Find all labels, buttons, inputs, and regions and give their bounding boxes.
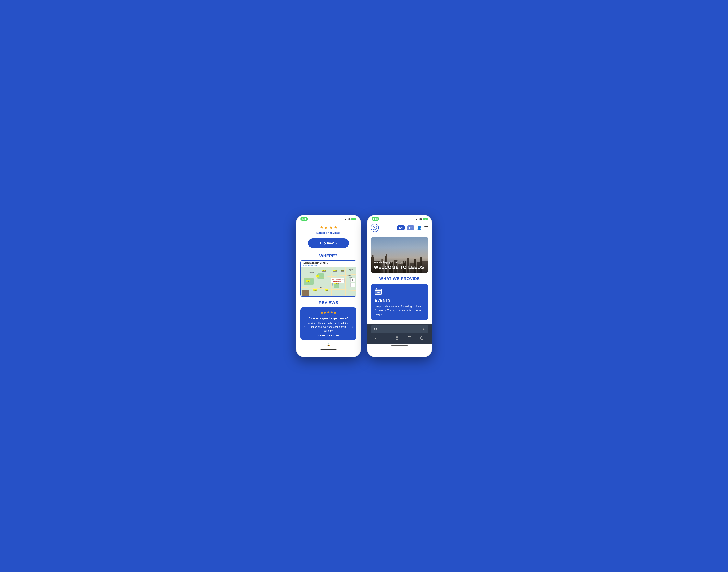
map-view-larger[interactable]: View larger map bbox=[303, 264, 354, 266]
svg-rect-21 bbox=[380, 288, 380, 290]
browser-share-btn[interactable] bbox=[394, 335, 400, 342]
heart-icon: ♥ bbox=[335, 241, 337, 245]
svg-rect-25 bbox=[379, 292, 380, 292]
five-g-2: 5G bbox=[419, 218, 422, 220]
based-on-reviews-label: Based on reviews bbox=[316, 231, 341, 234]
what-we-provide-title: WHAT WE PROVIDE bbox=[371, 276, 428, 281]
nav-bar: EN FR 👤 bbox=[367, 222, 432, 234]
map-zoom[interactable]: + − bbox=[350, 278, 355, 287]
home-indicator-1 bbox=[296, 347, 361, 351]
map-zoom-out[interactable]: − bbox=[350, 283, 355, 287]
status-time-2: 6:38 bbox=[371, 217, 379, 221]
hero-subtitle: We are happy to help you! bbox=[374, 261, 425, 264]
events-card: EVENTS We provide a variety of booking o… bbox=[371, 284, 428, 320]
map-thumbnail bbox=[302, 290, 309, 296]
review-prev-arrow[interactable]: ‹ bbox=[304, 325, 305, 329]
svg-rect-24 bbox=[378, 292, 379, 292]
svg-rect-28 bbox=[421, 337, 423, 340]
browser-tabs-btn[interactable] bbox=[419, 335, 425, 342]
url-text: AA bbox=[374, 328, 378, 331]
events-description: We provide a variety of booking options … bbox=[375, 304, 424, 316]
browser-actions: ‹ › bbox=[371, 333, 428, 343]
review-body: what a brilliant experience I loved it s… bbox=[307, 321, 350, 333]
home-indicator-2 bbox=[367, 344, 432, 347]
svg-rect-20 bbox=[376, 288, 377, 290]
reviewer-name: AHMED KHALID bbox=[304, 334, 353, 337]
map-pin-label: lastminute.comLondon Eye bbox=[331, 278, 345, 283]
home-bar-2 bbox=[391, 345, 408, 346]
reviews-card: ★★★★★ "It was a good experience" ‹ what … bbox=[300, 307, 357, 340]
reviews-title: REVIEWS bbox=[300, 300, 357, 305]
review-quote: "It was a good experience" bbox=[304, 316, 353, 320]
status-time-1: 6:39 bbox=[300, 217, 308, 221]
status-right-1: 5G 44+ bbox=[345, 218, 357, 220]
events-title: EVENTS bbox=[375, 298, 424, 303]
stars-row: ★ ★ ★ ★ bbox=[319, 225, 338, 230]
url-bar[interactable]: AA ↻ bbox=[371, 325, 428, 333]
browser-back-btn[interactable]: ‹ bbox=[374, 335, 377, 342]
star-1: ★ bbox=[319, 225, 323, 230]
map-location-name: lastminute.com Londo... bbox=[303, 262, 354, 264]
hero-text-overlay: We are happy to help you! WELCOME TO LEE… bbox=[371, 258, 428, 273]
status-bar-1: 6:39 5G 44+ bbox=[296, 215, 361, 222]
svg-rect-23 bbox=[377, 292, 378, 292]
browser-forward-btn[interactable]: › bbox=[384, 335, 387, 342]
calendar-icon bbox=[375, 288, 424, 296]
signal-bars-1 bbox=[345, 218, 347, 220]
reload-icon[interactable]: ↻ bbox=[423, 327, 426, 331]
phone1-content: ★ ★ ★ ★ Based on reviews Buy now ♥ WHERE… bbox=[296, 222, 361, 340]
signal-bars-2 bbox=[416, 218, 418, 220]
review-next-arrow[interactable]: › bbox=[352, 325, 353, 329]
logo-circle bbox=[371, 224, 379, 232]
buy-now-label: Buy now bbox=[320, 241, 334, 245]
map-copyright: Map data ©2024 Google Terms bbox=[335, 296, 355, 297]
star-3: ★ bbox=[329, 225, 333, 230]
hero-title: WELCOME TO LEEDS bbox=[374, 265, 425, 270]
map-container[interactable]: lastminute.com Londo... View larger map bbox=[300, 260, 357, 297]
phone-2: 6:38 5G 42+ EN FR 👤 bbox=[367, 215, 432, 357]
review-stars: ★★★★★ bbox=[304, 310, 353, 315]
review-nav: ‹ what a brilliant experience I loved it… bbox=[304, 321, 353, 333]
star-4: ★ bbox=[334, 225, 338, 230]
star-2: ★ bbox=[324, 225, 328, 230]
home-bar-1 bbox=[320, 349, 337, 350]
lock-icon-bottom: 🔒 bbox=[296, 342, 361, 347]
where-title: WHERE? bbox=[300, 254, 357, 258]
map-header: lastminute.com Londo... View larger map bbox=[301, 261, 356, 267]
reviews-summary: ★ ★ ★ ★ Based on reviews bbox=[300, 222, 357, 236]
battery-1: 44+ bbox=[351, 218, 357, 220]
user-icon[interactable]: 👤 bbox=[417, 225, 422, 230]
logo-icon bbox=[372, 225, 377, 230]
map-zoom-in[interactable]: + bbox=[350, 278, 355, 282]
lang-fr-button[interactable]: FR bbox=[407, 225, 415, 230]
status-bar-2: 6:38 5G 42+ bbox=[367, 215, 432, 222]
phone-1: 6:39 5G 44+ ★ ★ ★ ★ Based on reviews bbox=[296, 215, 361, 357]
svg-rect-27 bbox=[408, 337, 411, 339]
phones-container: 6:39 5G 44+ ★ ★ ★ ★ Based on reviews bbox=[296, 215, 432, 357]
buy-now-button[interactable]: Buy now ♥ bbox=[308, 238, 349, 248]
browser-bookmarks-btn[interactable] bbox=[407, 335, 412, 342]
lang-en-button[interactable]: EN bbox=[397, 225, 405, 230]
browser-bar: AA ↻ ‹ › bbox=[367, 324, 432, 344]
five-g-1: 5G bbox=[348, 218, 350, 220]
map-keyboard-shortcuts: Keyboard shortcuts bbox=[302, 296, 314, 297]
map-visual: Chigwell Wembley Ilford Barking Brentfor… bbox=[301, 267, 356, 297]
hamburger-menu[interactable] bbox=[424, 226, 428, 229]
hero-image: We are happy to help you! WELCOME TO LEE… bbox=[371, 237, 428, 273]
status-right-2: 5G 42+ bbox=[416, 218, 428, 220]
battery-2: 42+ bbox=[423, 218, 428, 220]
svg-point-1 bbox=[374, 227, 375, 228]
